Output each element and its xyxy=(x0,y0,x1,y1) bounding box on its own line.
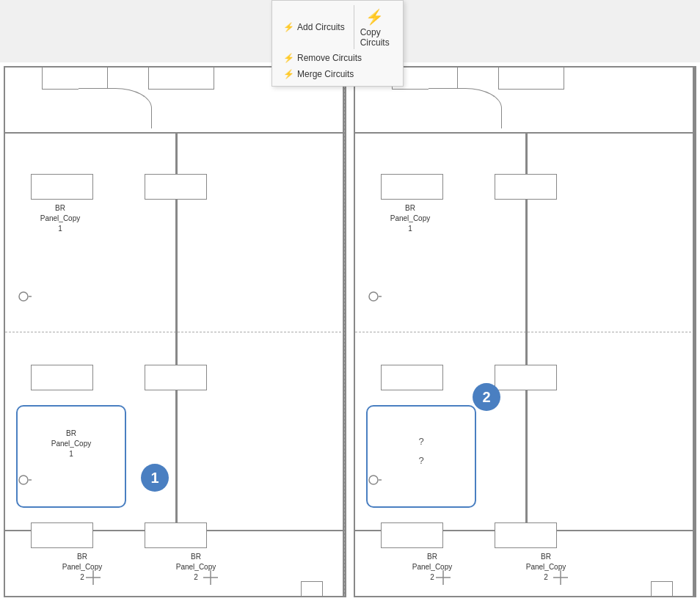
question-marks: ?? xyxy=(368,432,475,470)
add-circuits-button[interactable]: ⚡ Add Circuits xyxy=(280,20,348,34)
copy-circuits-icon: ⚡ xyxy=(365,7,385,27)
panel-label-bl-1: BRPanel_Copy2 xyxy=(60,552,104,583)
add-circuits-icon: ⚡ xyxy=(282,21,294,33)
outlet-left-mid xyxy=(18,475,32,488)
svg-point-4 xyxy=(19,292,28,301)
room-rect-tr-2 xyxy=(495,174,557,200)
svg-point-6 xyxy=(19,476,28,484)
room-rect-tr-1 xyxy=(381,174,443,200)
step-badge-1: 1 xyxy=(141,464,169,492)
selected-panel-left[interactable]: BRPanel_Copy1 xyxy=(16,405,126,508)
room-rect-tl-1 xyxy=(31,174,93,200)
room-rect-br-2 xyxy=(495,522,557,548)
bottom-notch-right-r xyxy=(651,581,673,596)
top-notch-left-1 xyxy=(42,68,108,90)
svg-point-12 xyxy=(369,292,378,301)
door-arc-left xyxy=(79,88,152,128)
room-rect-mr-2 xyxy=(495,365,557,390)
room-rect-ml-2 xyxy=(145,365,207,390)
remove-circuits-icon: ⚡ xyxy=(282,52,294,64)
right-floor-plan: BRPanel_Copy1 ?? 2 BRPanel_Copy2 BRPanel… xyxy=(354,66,696,597)
add-circuits-label: Add Circuits xyxy=(297,22,345,32)
panel-label-tl-1: BRPanel_Copy1 xyxy=(27,203,93,234)
bottom-notch-left-r xyxy=(301,581,323,596)
outlet-left-top xyxy=(18,291,32,305)
step-badge-2: 2 xyxy=(473,383,500,411)
copy-circuits-label: CopyCircuits xyxy=(360,27,390,48)
room-rect-mr-1 xyxy=(381,365,443,390)
top-wall-right xyxy=(355,68,695,134)
merge-circuits-button[interactable]: ⚡ Merge Circuits xyxy=(280,67,357,81)
toolbar-row-3: ⚡ Merge Circuits xyxy=(280,67,395,81)
copy-circuits-button[interactable]: ⚡ CopyCircuits xyxy=(354,5,395,49)
selected-panel-label-left: BRPanel_Copy1 xyxy=(18,429,125,459)
top-notch-right-2 xyxy=(498,68,564,90)
room-rect-tl-2 xyxy=(145,174,207,200)
selected-panel-right[interactable]: ?? xyxy=(366,405,476,508)
outlet-right-mid xyxy=(368,475,382,488)
toolbar-row-1: ⚡ Add Circuits ⚡ CopyCircuits xyxy=(280,5,395,49)
room-rect-ml-1 xyxy=(31,365,93,390)
remove-circuits-button[interactable]: ⚡ Remove Circuits xyxy=(280,51,365,65)
right-wall-left xyxy=(343,68,345,596)
room-rect-bl-1 xyxy=(31,522,93,548)
door-arc-right xyxy=(429,88,502,128)
top-notch-left-2 xyxy=(148,68,214,90)
toolbar-row-2: ⚡ Remove Circuits xyxy=(280,51,395,65)
badge-label-1: 1 xyxy=(150,470,158,487)
main-canvas: BRPanel_Copy1 BRPanel_Copy1 1 BRPanel_Co… xyxy=(0,62,700,601)
panel-label-br-1: BRPanel_Copy2 xyxy=(410,552,454,583)
circuit-toolbar: ⚡ Add Circuits ⚡ CopyCircuits ⚡ Remove C… xyxy=(271,0,404,87)
svg-point-14 xyxy=(369,476,378,484)
room-rect-bl-2 xyxy=(145,522,207,548)
merge-circuits-icon: ⚡ xyxy=(282,68,294,80)
panel-label-bl-2: BRPanel_Copy2 xyxy=(174,552,218,583)
panel-label-br-2: BRPanel_Copy2 xyxy=(524,552,568,583)
room-rect-br-1 xyxy=(381,522,443,548)
outlet-right-top xyxy=(368,291,382,305)
panel-label-tr-1: BRPanel_Copy1 xyxy=(377,203,443,234)
remove-circuits-label: Remove Circuits xyxy=(297,53,362,63)
right-wall-right xyxy=(693,68,695,596)
badge-label-2: 2 xyxy=(482,389,490,406)
merge-circuits-label: Merge Circuits xyxy=(297,69,354,79)
left-floor-plan: BRPanel_Copy1 BRPanel_Copy1 1 BRPanel_Co… xyxy=(4,66,346,597)
